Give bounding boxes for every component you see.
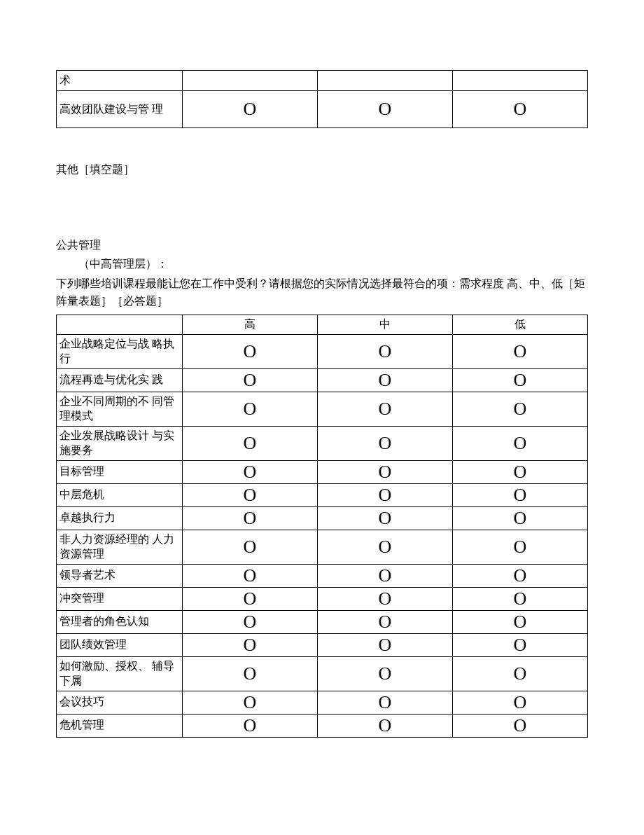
matrix-header-blank [57, 315, 183, 334]
radio-cell[interactable]: O [183, 392, 318, 426]
question-text: 下列哪些培训课程最能让您在工作中受利？请根据您的实际情况选择最符合的项：需求程度… [56, 275, 588, 310]
radio-cell[interactable]: O [453, 564, 588, 587]
radio-cell[interactable]: O [453, 91, 588, 128]
radio-cell[interactable] [453, 71, 588, 91]
radio-cell[interactable]: O [318, 334, 453, 368]
radio-cell[interactable]: O [318, 530, 453, 564]
radio-cell[interactable]: O [183, 564, 318, 587]
row-label: 管理者的角色认知 [57, 610, 183, 633]
table-row: 非人力资源经理的 人力资源管理OOO [57, 530, 588, 564]
section-subtitle: （中高管理层）： [56, 255, 588, 273]
radio-cell[interactable]: O [318, 506, 453, 530]
table-row: 目标管理OOO [57, 460, 588, 483]
radio-cell[interactable]: O [183, 91, 318, 128]
radio-cell[interactable]: O [318, 460, 453, 483]
radio-cell[interactable]: O [318, 610, 453, 633]
radio-cell[interactable]: O [318, 368, 453, 392]
table-row: 流程再造与优化实 践OOO [57, 368, 588, 392]
radio-cell[interactable]: O [183, 691, 318, 714]
matrix-header-low: 低 [453, 315, 588, 334]
radio-cell[interactable]: O [453, 656, 588, 691]
radio-cell[interactable]: O [318, 633, 453, 656]
radio-cell[interactable]: O [183, 506, 318, 530]
radio-cell[interactable]: O [453, 426, 588, 460]
radio-cell[interactable]: O [453, 587, 588, 610]
table-row: 如何激励、授权、 辅导下属OOO [57, 656, 588, 691]
radio-cell[interactable]: O [453, 610, 588, 633]
table-row: 企业不同周期的不 同管理模式OOO [57, 392, 588, 426]
row-label: 会议技巧 [57, 691, 183, 714]
table-row: 会议技巧OOO [57, 691, 588, 714]
radio-cell[interactable]: O [453, 691, 588, 714]
radio-cell[interactable]: O [183, 334, 318, 368]
radio-cell[interactable]: O [453, 506, 588, 530]
radio-cell[interactable]: O [453, 368, 588, 392]
radio-cell[interactable]: O [183, 483, 318, 506]
radio-cell[interactable] [183, 71, 318, 91]
radio-cell[interactable]: O [453, 714, 588, 737]
row-label: 企业战略定位与战 略执行 [57, 334, 183, 368]
radio-cell[interactable]: O [318, 426, 453, 460]
radio-cell[interactable]: O [183, 530, 318, 564]
row-label: 危机管理 [57, 714, 183, 737]
radio-cell[interactable]: O [453, 392, 588, 426]
row-label: 高效团队建设与管 理 [57, 91, 183, 128]
radio-cell[interactable] [318, 71, 453, 91]
matrix-header-row: 高 中 低 [57, 315, 588, 334]
radio-cell[interactable]: O [318, 91, 453, 128]
radio-cell[interactable]: O [318, 656, 453, 691]
other-fill-label: 其他［填空题］ [56, 160, 588, 179]
prior-table-fragment: 术 高效团队建设与管 理 O O O [56, 70, 588, 128]
row-label: 冲突管理 [57, 587, 183, 610]
radio-cell[interactable]: O [183, 426, 318, 460]
radio-cell[interactable]: O [183, 714, 318, 737]
row-label: 卓越执行力 [57, 506, 183, 530]
table-row: 企业发展战略设计 与实施要务OOO [57, 426, 588, 460]
radio-cell[interactable]: O [318, 714, 453, 737]
table-row: 管理者的角色认知OOO [57, 610, 588, 633]
table-row: 卓越执行力OOO [57, 506, 588, 530]
row-label: 目标管理 [57, 460, 183, 483]
radio-cell[interactable]: O [183, 610, 318, 633]
row-label: 领导者艺术 [57, 564, 183, 587]
radio-cell[interactable]: O [183, 460, 318, 483]
table-row: 团队绩效管理OOO [57, 633, 588, 656]
radio-cell[interactable]: O [318, 392, 453, 426]
section-title: 公共管理 [56, 236, 588, 254]
radio-cell[interactable]: O [318, 483, 453, 506]
row-label: 如何激励、授权、 辅导下属 [57, 656, 183, 691]
table-row: 术 [57, 71, 588, 91]
radio-cell[interactable]: O [453, 460, 588, 483]
row-label: 非人力资源经理的 人力资源管理 [57, 530, 183, 564]
radio-cell[interactable]: O [183, 633, 318, 656]
radio-cell[interactable]: O [183, 368, 318, 392]
row-label: 企业发展战略设计 与实施要务 [57, 426, 183, 460]
table-row: 中层危机OOO [57, 483, 588, 506]
radio-cell[interactable]: O [183, 587, 318, 610]
row-label: 流程再造与优化实 践 [57, 368, 183, 392]
matrix-header-mid: 中 [318, 315, 453, 334]
matrix-table: 高 中 低 企业战略定位与战 略执行OOO流程再造与优化实 践OOO企业不同周期… [56, 315, 588, 738]
table-row: 危机管理OOO [57, 714, 588, 737]
radio-cell[interactable]: O [453, 483, 588, 506]
radio-cell[interactable]: O [318, 564, 453, 587]
table-row: 冲突管理OOO [57, 587, 588, 610]
radio-cell[interactable]: O [453, 530, 588, 564]
row-label: 中层危机 [57, 483, 183, 506]
radio-cell[interactable]: O [183, 656, 318, 691]
row-label: 团队绩效管理 [57, 633, 183, 656]
table-row: 高效团队建设与管 理 O O O [57, 91, 588, 128]
matrix-header-high: 高 [183, 315, 318, 334]
radio-cell[interactable]: O [453, 633, 588, 656]
row-label: 术 [57, 71, 183, 91]
table-row: 企业战略定位与战 略执行OOO [57, 334, 588, 368]
row-label: 企业不同周期的不 同管理模式 [57, 392, 183, 426]
radio-cell[interactable]: O [318, 587, 453, 610]
table-row: 领导者艺术OOO [57, 564, 588, 587]
radio-cell[interactable]: O [453, 334, 588, 368]
radio-cell[interactable]: O [318, 691, 453, 714]
